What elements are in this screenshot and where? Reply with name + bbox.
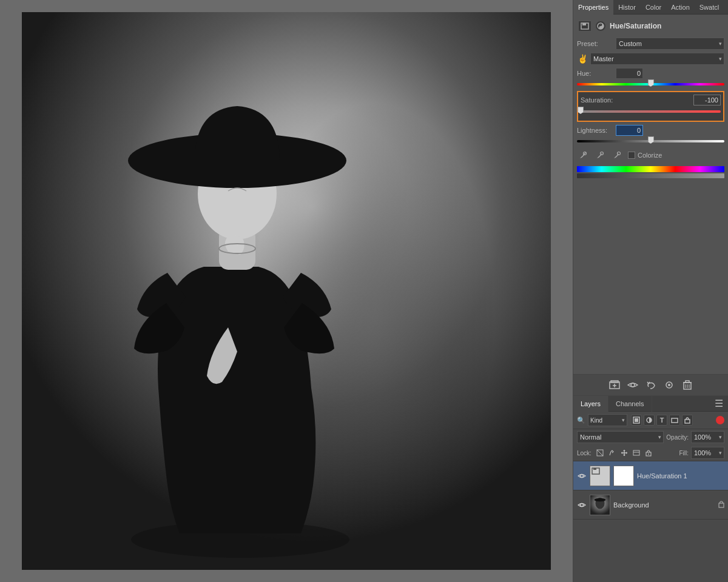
saturation-input[interactable] — [693, 95, 721, 105]
lock-transparent-button[interactable] — [595, 448, 605, 458]
colorize-label: Colorize — [638, 152, 662, 159]
filter-type-icon[interactable]: T — [656, 415, 667, 426]
filter-shape-icon[interactable] — [669, 415, 680, 426]
tab-history[interactable]: Histor — [613, 0, 641, 15]
eyedropper-add-button[interactable]: + — [594, 149, 606, 161]
eye-icon — [627, 381, 638, 389]
layers-panel: Layers Channels ☰ 🔍 Kind ▾ T — [573, 396, 728, 582]
svg-point-24 — [668, 384, 670, 386]
panel-title: Hue/Saturation — [610, 22, 661, 30]
layer-thumb-hue-sat — [590, 466, 610, 486]
svg-point-11 — [600, 27, 601, 28]
lightness-row: Lightness: — [577, 125, 724, 136]
layers-menu-button[interactable]: ☰ — [710, 398, 728, 409]
layer-thumb-background — [590, 495, 610, 515]
tab-action[interactable]: Action — [666, 0, 695, 15]
hand-tool-icon[interactable]: ✌ — [577, 53, 588, 64]
grey-spectrum-bar — [577, 173, 724, 178]
kind-dropdown[interactable]: Kind ▾ — [588, 414, 627, 426]
eye-visibility-bg-icon — [578, 501, 586, 509]
lock-row: Lock: Fill: — [573, 445, 728, 461]
lock-move-button[interactable] — [619, 448, 629, 458]
opacity-wrapper[interactable]: 100% 75% 50% 25% — [691, 431, 724, 443]
channel-row: ✌ Master Reds Greens Blues Cyans Magenta… — [577, 53, 724, 65]
visibility-mask-button[interactable] — [662, 378, 676, 392]
layer-name-hue-sat: Hue/Saturation 1 — [637, 472, 724, 480]
sat-track — [581, 110, 721, 113]
tab-layers[interactable]: Layers — [573, 396, 608, 412]
bottom-toolbar — [573, 374, 728, 396]
properties-panel: Hue/Saturation Preset: Custom Default ✌ … — [573, 15, 728, 188]
tab-color[interactable]: Color — [641, 0, 666, 15]
layer-name-background: Background — [613, 501, 715, 509]
hue-input[interactable] — [616, 68, 643, 79]
svg-rect-8 — [582, 23, 586, 25]
lock-label: Lock: — [577, 450, 592, 457]
panel-tabs: Properties Histor Color Action Swatcl — [573, 0, 728, 15]
tab-properties[interactable]: Properties — [573, 0, 613, 15]
opacity-select[interactable]: 100% 75% 50% 25% — [691, 431, 724, 443]
saturation-slider-container[interactable] — [581, 107, 721, 116]
colorize-checkbox-label[interactable]: Colorize — [628, 152, 662, 159]
filter-pixel-icon[interactable] — [631, 415, 642, 426]
fill-wrapper[interactable]: 100% 75% 50% — [691, 447, 724, 459]
channel-dropdown-wrapper[interactable]: Master Reds Greens Blues Cyans Magentas … — [590, 53, 724, 65]
svg-point-46 — [581, 503, 584, 506]
hue-thumb[interactable] — [648, 79, 654, 87]
fill-row: Fill: 100% 75% 50% — [679, 447, 724, 459]
layer-visibility-background[interactable] — [577, 500, 587, 510]
svg-rect-43 — [592, 467, 608, 484]
svg-rect-50 — [719, 503, 724, 507]
svg-text:+: + — [601, 152, 603, 155]
hue-slider-container[interactable] — [577, 80, 724, 89]
svg-point-22 — [631, 383, 635, 387]
light-thumb[interactable] — [648, 136, 654, 144]
trash-icon — [683, 380, 692, 390]
add-layer-button[interactable] — [608, 378, 621, 392]
colorize-row: + - Colorize — [577, 149, 724, 161]
fill-select[interactable]: 100% 75% 50% — [691, 447, 724, 459]
floppy-icon — [581, 22, 589, 30]
delete-layer-button[interactable] — [681, 378, 694, 392]
blend-mode-select[interactable]: Normal Multiply Screen Overlay — [577, 431, 664, 443]
svg-rect-45 — [593, 468, 596, 470]
layer-visibility-hue-sat[interactable] — [577, 471, 587, 481]
preset-label: Preset: — [577, 40, 613, 47]
lock-icon — [718, 500, 724, 508]
svg-rect-35 — [685, 420, 690, 423]
filter-adjustment-icon[interactable] — [644, 415, 655, 426]
lock-icons-group — [595, 448, 653, 458]
undo-button[interactable] — [644, 378, 658, 392]
lock-artboard-button[interactable] — [632, 448, 641, 458]
layers-list: Hue/Saturation 1 — [573, 461, 728, 582]
preset-dropdown-wrapper[interactable]: Custom Default — [616, 38, 724, 50]
layer-item-hue-sat[interactable]: Hue/Saturation 1 — [573, 461, 728, 490]
opacity-row: Opacity: 100% 75% 50% 25% — [666, 431, 724, 443]
blend-mode-wrapper[interactable]: Normal Multiply Screen Overlay — [577, 431, 664, 443]
lightness-slider-container[interactable] — [577, 137, 724, 146]
svg-rect-34 — [672, 418, 678, 423]
channel-select[interactable]: Master Reds Greens Blues Cyans Magentas … — [590, 53, 724, 65]
visibility-toggle-button[interactable] — [626, 378, 639, 392]
lightness-input[interactable] — [616, 125, 643, 136]
sat-thumb[interactable] — [578, 107, 584, 114]
saturation-section: Saturation: — [577, 91, 724, 122]
canvas-image — [22, 12, 551, 570]
layer-icon — [578, 21, 592, 32]
filter-toggle-button[interactable] — [716, 416, 724, 424]
colorize-checkbox[interactable] — [628, 152, 635, 159]
preset-select[interactable]: Custom Default — [616, 38, 724, 50]
filter-lock-icon[interactable] — [682, 415, 693, 426]
svg-rect-27 — [686, 381, 689, 383]
tab-swatches[interactable]: Swatcl — [695, 0, 724, 15]
eyedropper-subtract-button[interactable]: - — [611, 149, 623, 161]
tab-channels[interactable]: Channels — [608, 396, 652, 412]
lock-paint-button[interactable] — [607, 448, 617, 458]
hue-row: Hue: — [577, 68, 724, 79]
undo-icon — [646, 381, 656, 389]
hue-label: Hue: — [577, 70, 613, 77]
lock-all-button[interactable] — [644, 448, 653, 458]
layer-item-background[interactable]: Background — [573, 490, 728, 520]
eyedropper-button[interactable] — [577, 149, 589, 161]
eye-visibility-icon — [578, 472, 586, 480]
